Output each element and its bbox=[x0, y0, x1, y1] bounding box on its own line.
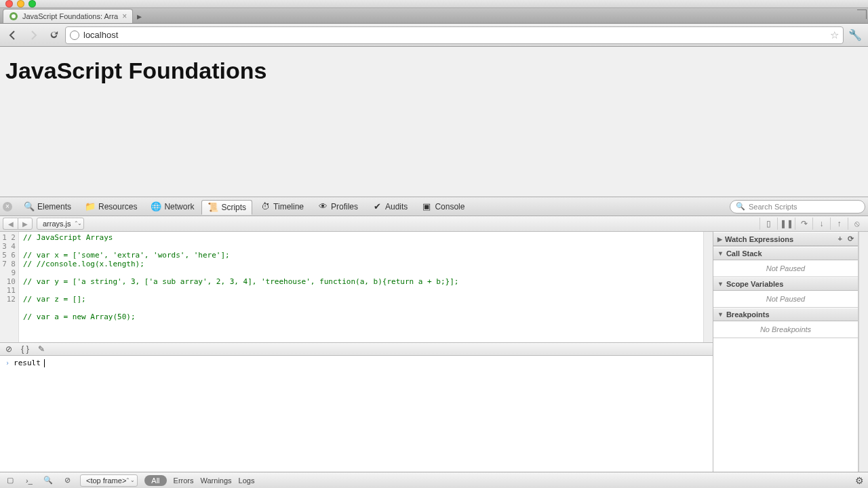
elements-icon: 🔍 bbox=[24, 201, 35, 212]
console-input-line[interactable]: › result bbox=[5, 359, 707, 367]
watch-actions: + ⟳ bbox=[838, 235, 854, 243]
filter-all[interactable]: All bbox=[144, 475, 166, 486]
pretty-print-button[interactable]: { } bbox=[20, 344, 30, 354]
edit-button[interactable]: ✎ bbox=[37, 344, 46, 354]
code-pane: 1 2 3 4 5 6 7 8 9 10 11 12 // JavaScript… bbox=[0, 232, 713, 472]
tab-network[interactable]: 🌐Network bbox=[144, 199, 200, 214]
new-tab-button[interactable]: ▸ bbox=[137, 11, 142, 22]
debug-sidebar: ▶ Watch Expressions + ⟳ ▼ Call Stack Not… bbox=[713, 232, 859, 472]
tab-timeline[interactable]: ⏱Timeline bbox=[254, 199, 310, 214]
window-minimize-button[interactable] bbox=[17, 0, 24, 7]
scope-variables-body: Not Paused bbox=[713, 291, 858, 307]
filter-warnings[interactable]: Warnings bbox=[201, 476, 232, 485]
url-text: localhost bbox=[83, 30, 118, 40]
window-close-button[interactable] bbox=[5, 0, 13, 7]
step-over-button[interactable]: ↷ bbox=[795, 218, 812, 230]
code-content: // JavaScript Arrays // var x = ['some',… bbox=[19, 232, 458, 342]
tab-profiles[interactable]: 👁Profiles bbox=[311, 199, 364, 214]
browser-toolbar: localhost ☆ 🔧 bbox=[0, 24, 868, 47]
network-icon: 🌐 bbox=[151, 201, 161, 212]
call-stack-section: ▼ Call Stack Not Paused bbox=[713, 247, 858, 277]
text-cursor bbox=[44, 359, 45, 367]
console-drawer[interactable]: › result bbox=[0, 356, 713, 472]
audits-icon: ✔ bbox=[372, 201, 382, 212]
breakpoints-section: ▼ Breakpoints No Breakpoints bbox=[713, 308, 858, 338]
scope-variables-section: ▼ Scope Variables Not Paused bbox=[713, 277, 858, 308]
refresh-watch-button[interactable]: ⟳ bbox=[848, 235, 854, 243]
disclosure-down-icon: ▼ bbox=[717, 281, 724, 287]
code-area[interactable]: 1 2 3 4 5 6 7 8 9 10 11 12 // JavaScript… bbox=[0, 232, 713, 342]
tab-title: JavaScript Foundations: Arra bbox=[22, 12, 118, 20]
tab-resources[interactable]: 📁Resources bbox=[79, 199, 143, 214]
disclosure-right-icon: ▶ bbox=[717, 236, 722, 243]
nav-prev-button[interactable]: ◀ bbox=[3, 218, 18, 230]
browser-tab-strip: JavaScript Foundations: Arra × ▸ bbox=[0, 8, 868, 24]
tab-close-button[interactable]: × bbox=[122, 12, 127, 21]
devtools-close-button[interactable]: × bbox=[3, 202, 12, 211]
line-gutter: 1 2 3 4 5 6 7 8 9 10 11 12 bbox=[0, 232, 19, 342]
bookmark-star-icon[interactable]: ☆ bbox=[830, 29, 839, 41]
console-icon: ▣ bbox=[421, 201, 432, 212]
pause-on-exceptions-button[interactable]: ⊘ bbox=[4, 344, 14, 354]
file-selector[interactable]: arrays.js bbox=[37, 218, 84, 230]
wrench-menu-button[interactable]: 🔧 bbox=[846, 26, 864, 44]
watch-expressions-header[interactable]: ▶ Watch Expressions + ⟳ bbox=[713, 232, 858, 246]
console-input-text: result bbox=[14, 359, 41, 367]
debugger-controls: ▯ ❚❚ ↷ ↓ ↑ ⦸ bbox=[760, 218, 865, 230]
resources-icon: 📁 bbox=[85, 201, 96, 212]
search-button[interactable]: 🔍 bbox=[42, 474, 54, 487]
search-icon: 🔍 bbox=[736, 202, 745, 211]
step-into-button[interactable]: ↓ bbox=[812, 218, 830, 230]
tab-console[interactable]: ▣Console bbox=[415, 199, 471, 214]
devtools-search[interactable]: 🔍 Search Scripts bbox=[730, 200, 865, 214]
page-heading: JavaScript Foundations bbox=[5, 58, 863, 84]
tab-elements[interactable]: 🔍Elements bbox=[18, 199, 77, 214]
url-bar[interactable]: localhost ☆ bbox=[65, 26, 844, 44]
nav-next-button[interactable]: ▶ bbox=[18, 218, 33, 230]
globe-icon bbox=[70, 30, 79, 40]
step-out-button[interactable]: ↑ bbox=[830, 218, 848, 230]
svg-point-1 bbox=[12, 14, 16, 18]
add-watch-button[interactable]: + bbox=[838, 235, 842, 243]
console-prompt-icon: › bbox=[5, 359, 9, 367]
code-scrollbar[interactable] bbox=[703, 232, 713, 342]
browser-tab[interactable]: JavaScript Foundations: Arra × bbox=[3, 9, 133, 23]
window-zoom-button[interactable] bbox=[28, 0, 36, 7]
call-stack-body: Not Paused bbox=[713, 260, 858, 277]
devtools-body: 1 2 3 4 5 6 7 8 9 10 11 12 // JavaScript… bbox=[0, 232, 868, 472]
maximize-icon[interactable] bbox=[857, 9, 867, 19]
scope-variables-header[interactable]: ▼ Scope Variables bbox=[713, 277, 858, 291]
sidebar-scrollbar[interactable] bbox=[859, 232, 868, 472]
traffic-lights bbox=[5, 0, 36, 7]
filter-errors[interactable]: Errors bbox=[174, 476, 194, 485]
show-console-button[interactable]: ›_ bbox=[23, 474, 35, 487]
code-toolbar: ⊘ { } ✎ bbox=[0, 342, 713, 356]
devtools-tabbar: × 🔍Elements 📁Resources 🌐Network 📜Scripts… bbox=[0, 197, 868, 216]
sidebar-toggle-button[interactable]: ▯ bbox=[760, 218, 777, 230]
reload-button[interactable] bbox=[45, 26, 62, 44]
scripts-subbar: ◀ ▶ arrays.js ▯ ❚❚ ↷ ↓ ↑ ⦸ bbox=[0, 216, 868, 232]
devtools-statusbar: ▢ ›_ 🔍 ⊘ <top frame> All Errors Warnings… bbox=[0, 472, 868, 488]
back-button[interactable] bbox=[4, 26, 22, 44]
settings-gear-button[interactable]: ⚙ bbox=[855, 475, 864, 486]
frame-selector[interactable]: <top frame> bbox=[80, 474, 138, 487]
forward-button[interactable] bbox=[24, 26, 42, 44]
breakpoints-header[interactable]: ▼ Breakpoints bbox=[713, 308, 858, 321]
tab-scripts[interactable]: 📜Scripts bbox=[201, 200, 252, 215]
pause-button[interactable]: ❚❚ bbox=[777, 218, 795, 230]
scripts-icon: 📜 bbox=[208, 202, 218, 213]
watch-expressions-section: ▶ Watch Expressions + ⟳ bbox=[713, 232, 858, 247]
tab-audits[interactable]: ✔Audits bbox=[366, 199, 414, 214]
deactivate-breakpoints-button[interactable]: ⦸ bbox=[848, 218, 865, 230]
devtools-panel: × 🔍Elements 📁Resources 🌐Network 📜Scripts… bbox=[0, 197, 868, 488]
filter-logs[interactable]: Logs bbox=[239, 476, 255, 485]
dock-button[interactable]: ▢ bbox=[4, 474, 16, 487]
disclosure-down-icon: ▼ bbox=[717, 250, 724, 257]
tab-favicon bbox=[9, 12, 18, 21]
page-viewport: JavaScript Foundations bbox=[0, 47, 868, 197]
profiles-icon: 👁 bbox=[317, 201, 328, 212]
window-titlebar bbox=[0, 0, 868, 8]
clear-console-button[interactable]: ⊘ bbox=[61, 474, 73, 487]
call-stack-header[interactable]: ▼ Call Stack bbox=[713, 247, 858, 260]
breakpoints-body: No Breakpoints bbox=[713, 321, 858, 338]
